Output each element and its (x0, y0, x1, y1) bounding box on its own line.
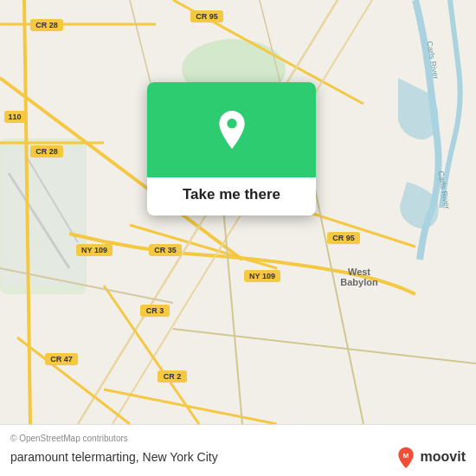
moovit-icon: M (395, 446, 417, 468)
svg-rect-3 (2, 147, 84, 286)
svg-text:CR 95: CR 95 (196, 12, 218, 21)
map-container: CR 28 CR 95 110 CR 28 NY 109 CR 35 NY 10… (0, 0, 476, 424)
bottom-row: paramount telermarting, New York City M … (10, 446, 466, 468)
moovit-text: moovit (421, 449, 466, 465)
svg-text:CR 28: CR 28 (35, 21, 58, 29)
location-pin-icon (213, 111, 251, 149)
svg-text:CR 28: CR 28 (35, 147, 58, 156)
popup-card[interactable]: Take me there (147, 82, 316, 215)
svg-text:CR 47: CR 47 (50, 355, 73, 363)
svg-text:CR 3: CR 3 (146, 306, 164, 315)
svg-text:West: West (348, 267, 370, 277)
svg-text:M: M (402, 451, 408, 459)
svg-text:CR 35: CR 35 (154, 246, 177, 254)
svg-text:CR 2: CR 2 (164, 372, 182, 381)
svg-text:110: 110 (8, 113, 21, 121)
svg-text:CR 95: CR 95 (332, 234, 355, 242)
svg-text:Babylon: Babylon (340, 277, 378, 287)
svg-point-51 (227, 119, 236, 128)
take-me-there-button[interactable]: Take me there (147, 177, 316, 215)
popup-header (147, 82, 316, 177)
moovit-logo: M moovit (395, 446, 466, 468)
place-name: paramount telermarting, New York City (10, 450, 218, 464)
svg-text:NY 109: NY 109 (81, 246, 107, 254)
bottom-bar: © OpenStreetMap contributors paramount t… (0, 424, 476, 476)
map-attribution: © OpenStreetMap contributors (10, 434, 466, 443)
svg-text:NY 109: NY 109 (249, 272, 275, 280)
